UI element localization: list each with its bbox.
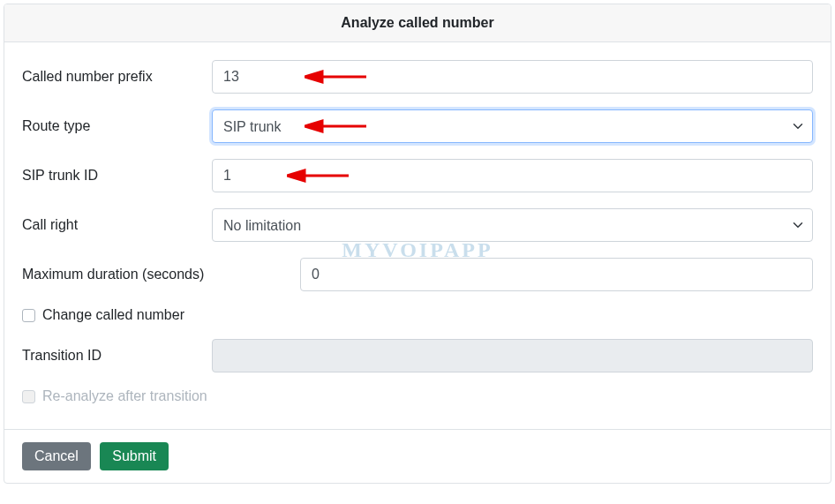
label-transition-id: Transition ID <box>22 348 212 364</box>
panel-footer: Cancel Submit <box>4 429 831 483</box>
row-reanalyze: Re-analyze after transition <box>22 388 813 404</box>
row-route-type: Route type SIP trunk <box>22 109 813 143</box>
label-max-duration: Maximum duration (seconds) <box>22 267 300 282</box>
row-transition-id: Transition ID <box>22 339 813 372</box>
submit-button[interactable]: Submit <box>100 442 169 470</box>
checkbox-change-called-number[interactable] <box>22 309 35 322</box>
cancel-button[interactable]: Cancel <box>22 442 91 470</box>
select-route-type[interactable]: SIP trunk <box>212 109 813 143</box>
row-sip-trunk-id: SIP trunk ID <box>22 159 813 192</box>
label-change-called-number: Change called number <box>42 307 184 323</box>
row-call-right: Call right No limitation <box>22 208 813 242</box>
label-route-type: Route type <box>22 118 212 134</box>
input-transition-id <box>212 339 813 372</box>
checkbox-reanalyze <box>22 390 35 403</box>
label-sip-trunk-id: SIP trunk ID <box>22 168 212 184</box>
analyze-called-number-panel: Analyze called number MYVOIPAPP Called n… <box>4 4 831 484</box>
input-max-duration[interactable] <box>300 258 813 291</box>
row-called-number-prefix: Called number prefix <box>22 60 813 94</box>
select-call-right[interactable]: No limitation <box>212 208 813 242</box>
label-called-number-prefix: Called number prefix <box>22 69 212 85</box>
input-sip-trunk-id[interactable] <box>212 159 813 192</box>
row-max-duration: Maximum duration (seconds) <box>22 258 813 291</box>
label-call-right: Call right <box>22 217 212 233</box>
row-change-called-number: Change called number <box>22 307 813 323</box>
input-called-number-prefix[interactable] <box>212 60 813 94</box>
label-reanalyze: Re-analyze after transition <box>42 388 207 404</box>
panel-body: MYVOIPAPP Called number prefix Route typ… <box>4 42 831 429</box>
panel-title: Analyze called number <box>4 4 831 42</box>
